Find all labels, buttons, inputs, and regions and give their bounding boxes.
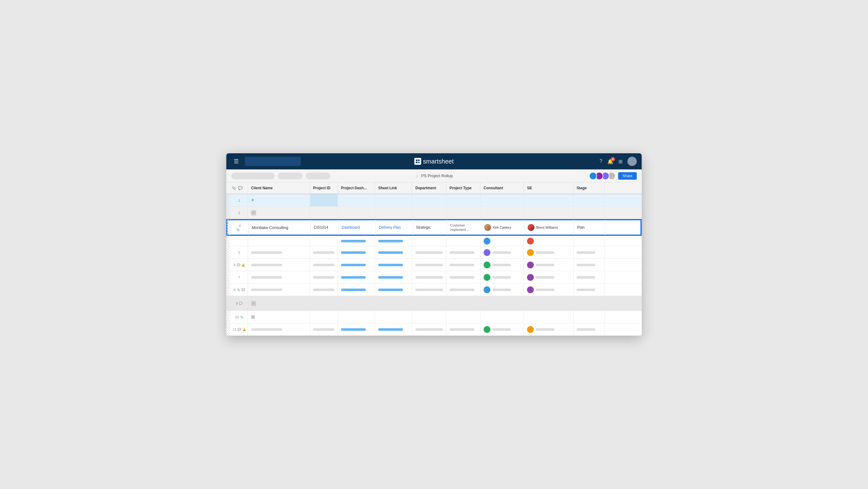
row-num-cell-8: 8 📎 💬 <box>226 284 248 296</box>
table-row[interactable]: 11 💬 🔔 <box>226 323 642 336</box>
col-header-consultant[interactable]: Consultant <box>480 182 524 194</box>
project-type-value: Customer Implement... <box>450 223 478 232</box>
nav-search-box <box>245 157 301 166</box>
row2-consultant <box>480 207 524 219</box>
col-header-consultant-label: Consultant <box>484 186 503 190</box>
row10-stage <box>574 311 604 323</box>
delivery-plan-link[interactable]: Delivery Plan <box>379 225 401 230</box>
table-row-active[interactable]: 4 📎 Montlake Consulting CIS1014 Dashboar… <box>226 219 642 236</box>
col-header-se[interactable]: SE <box>524 182 574 194</box>
attach-icon-10: 📎 <box>240 316 243 319</box>
row7-dept <box>412 271 446 283</box>
apps-button[interactable]: ⊞ <box>618 159 622 165</box>
share-button[interactable]: Share <box>618 172 637 180</box>
consultant-person: Kirk Caskey <box>484 224 511 231</box>
user-avatar-1[interactable] <box>589 172 597 180</box>
row-number-7: 7 <box>238 276 240 279</box>
row-num-cell-6: 6 💬 🔔 <box>226 259 248 271</box>
table-row[interactable]: 8 📎 💬 <box>226 284 642 296</box>
col-header-stage[interactable]: Stage <box>574 182 604 194</box>
table-row[interactable]: 1 + <box>226 194 642 207</box>
col-header-dash[interactable]: Project Dash... <box>338 182 375 194</box>
consultant-name: Kirk Caskey <box>493 226 511 229</box>
row-number-8: 8 <box>234 288 235 292</box>
row9-se <box>524 296 574 311</box>
comment-icon-11: 💬 <box>238 328 241 331</box>
row9-stage <box>574 296 604 311</box>
row-num-cell-4: 4 📎 <box>227 220 249 235</box>
row10-pid <box>310 311 338 323</box>
col-header-project-id[interactable]: Project ID <box>310 182 338 194</box>
comment-icon-6: 💬 <box>237 263 240 266</box>
row10-sheet <box>375 311 412 323</box>
app-window: ☰ smartsheet ? 🔔 4 <box>226 153 642 336</box>
col-header-se-label: SE <box>527 186 532 190</box>
row-num-cell-9: 9 💬 <box>226 296 248 311</box>
row2-project-id <box>310 207 338 219</box>
col-header-dept[interactable]: Department <box>412 182 446 194</box>
user-avatar-button[interactable] <box>627 157 637 166</box>
row9-sheet <box>375 296 412 311</box>
star-icon[interactable]: ☆ <box>415 173 420 178</box>
col-header-project-id-label: Project ID <box>313 186 331 190</box>
notification-badge: 4 <box>611 157 615 161</box>
help-icon: ? <box>599 159 602 164</box>
row5-client <box>248 247 310 258</box>
row4b-dept <box>412 236 446 246</box>
help-button[interactable]: ? <box>599 159 602 164</box>
sheet-title: PS Project Rollup <box>421 173 453 178</box>
row11-dash <box>338 323 375 336</box>
row4-dashboard[interactable]: Dashboard <box>339 220 376 235</box>
table-row[interactable]: 5 <box>226 247 642 259</box>
row9-dept <box>412 296 446 311</box>
row4b-stage <box>574 236 604 246</box>
row8-sheet <box>375 284 412 296</box>
expand-button[interactable]: − <box>251 210 256 215</box>
row8-dept <box>412 284 446 296</box>
table-row[interactable]: 6 💬 🔔 <box>226 259 642 271</box>
table-row[interactable] <box>226 236 642 247</box>
col-header-sheet[interactable]: Sheet Link <box>375 182 412 194</box>
row5-pid <box>310 247 338 258</box>
row1-project-id <box>310 194 338 206</box>
row4b-consultant <box>480 236 524 246</box>
row7-dash <box>338 271 375 283</box>
row-hatch <box>226 296 230 311</box>
table-row[interactable]: 9 💬 − <box>226 296 642 311</box>
add-row-button[interactable]: + <box>251 197 254 204</box>
table-row[interactable]: 2 − <box>226 207 642 219</box>
row4b-client <box>248 236 310 246</box>
row6-stage <box>574 259 604 271</box>
row11-stage <box>574 323 604 336</box>
dashboard-link[interactable]: Dashboard <box>342 225 360 230</box>
row4-sheet-link[interactable]: Delivery Plan <box>376 220 413 235</box>
col-header-type-label: Project Type <box>450 186 471 190</box>
col-header-client[interactable]: Client Name <box>248 182 310 194</box>
logo-svg <box>416 159 420 164</box>
row-number-6: 6 <box>234 263 235 267</box>
row-num-cell-1: 1 <box>226 194 248 206</box>
add-row-cell[interactable]: + <box>248 194 310 206</box>
row8-pid <box>310 284 338 296</box>
svg-rect-2 <box>416 162 417 163</box>
consultant-avatar <box>484 224 491 231</box>
row1-dash <box>338 194 375 206</box>
col-header-type[interactable]: Project Type <box>446 182 480 194</box>
hamburger-menu[interactable]: ☰ <box>231 157 241 166</box>
table-row[interactable]: 7 <box>226 271 642 284</box>
col-header-dept-label: Department <box>415 186 436 190</box>
row5-type <box>446 247 480 258</box>
row4b-se <box>524 236 574 246</box>
data-rows: 1 + 2 − <box>226 194 642 336</box>
row10-se <box>524 311 574 323</box>
table-row[interactable]: 10 📎 − <box>226 311 642 323</box>
row1-type <box>446 194 480 206</box>
notifications-button[interactable]: 🔔 4 <box>607 159 614 165</box>
row8-consultant <box>480 284 524 296</box>
expand-button-10[interactable]: − <box>251 315 255 319</box>
row9-client: − <box>248 296 310 311</box>
grid-icon: ⊞ <box>618 159 622 164</box>
expand-button-9[interactable]: − <box>251 301 256 306</box>
row11-sheet <box>375 323 412 336</box>
hamburger-icon: ☰ <box>234 158 239 165</box>
